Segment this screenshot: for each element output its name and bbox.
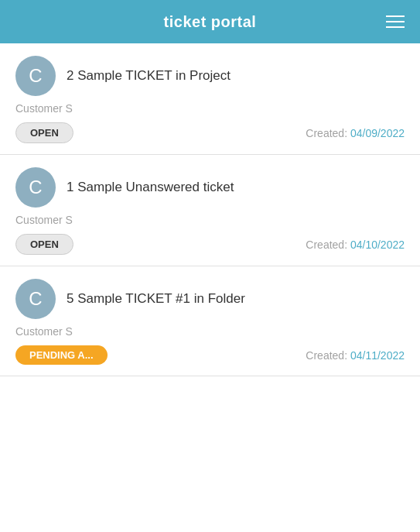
created-date: Created: 04/11/2022 <box>306 349 405 362</box>
ticket-id: 1 <box>67 180 73 194</box>
created-value: 04/09/2022 <box>350 127 405 139</box>
ticket-footer: PENDING A...Created: 04/11/2022 <box>15 345 405 365</box>
created-date: Created: 04/09/2022 <box>306 127 405 139</box>
ticket-list: C2 Sample TICKET in ProjectCustomer SOPE… <box>0 43 420 376</box>
ticket-top-row: C1 Sample Unanswered ticket <box>15 167 405 208</box>
ticket-top-row: C5 Sample TICKET #1 in Folder <box>15 279 405 319</box>
customer-name: Customer S <box>15 325 405 338</box>
created-label: Created: <box>306 239 350 251</box>
app-title: ticket portal <box>164 13 257 31</box>
created-value: 04/10/2022 <box>350 239 405 251</box>
avatar: C <box>15 279 56 319</box>
app-header: ticket portal <box>0 0 420 43</box>
status-badge: OPEN <box>15 122 73 143</box>
ticket-item[interactable]: C5 Sample TICKET #1 in FolderCustomer SP… <box>0 266 420 376</box>
status-badge: PENDING A... <box>15 345 108 365</box>
ticket-title: 2 Sample TICKET in Project <box>67 68 230 84</box>
ticket-title: 1 Sample Unanswered ticket <box>67 180 234 195</box>
created-value: 04/11/2022 <box>350 349 405 362</box>
menu-icon[interactable] <box>386 15 405 28</box>
ticket-footer: OPENCreated: 04/09/2022 <box>15 122 405 143</box>
ticket-footer: OPENCreated: 04/10/2022 <box>15 234 405 255</box>
ticket-title: 5 Sample TICKET #1 in Folder <box>67 291 245 307</box>
avatar: C <box>15 167 56 208</box>
customer-name: Customer S <box>15 214 405 226</box>
ticket-item[interactable]: C2 Sample TICKET in ProjectCustomer SOPE… <box>0 43 420 155</box>
created-label: Created: <box>306 127 350 139</box>
ticket-item[interactable]: C1 Sample Unanswered ticketCustomer SOPE… <box>0 155 420 266</box>
customer-name: Customer S <box>15 102 405 115</box>
status-badge: OPEN <box>15 234 73 255</box>
avatar: C <box>15 56 56 96</box>
ticket-id: 2 <box>67 68 73 83</box>
ticket-id: 5 <box>67 291 73 306</box>
ticket-top-row: C2 Sample TICKET in Project <box>15 56 405 96</box>
created-date: Created: 04/10/2022 <box>306 239 405 251</box>
created-label: Created: <box>306 349 350 362</box>
